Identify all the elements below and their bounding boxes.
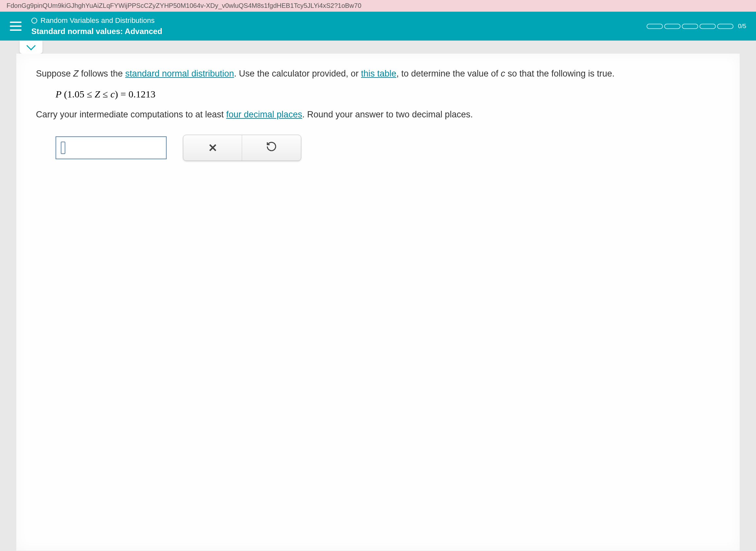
x-icon: ✕ — [208, 141, 217, 154]
breadcrumb-circle-icon — [31, 18, 37, 24]
text-cursor-icon — [61, 142, 65, 154]
breadcrumb-text: Random Variables and Distributions — [41, 16, 155, 25]
problem-content: Suppose Z follows the standard normal di… — [16, 54, 740, 551]
page-title: Standard normal values: Advanced — [31, 27, 162, 36]
problem-statement: Suppose Z follows the standard normal di… — [36, 67, 720, 81]
menu-icon[interactable] — [10, 22, 22, 31]
header-titles: Random Variables and Distributions Stand… — [31, 16, 162, 36]
progress-indicator: 0/5 — [647, 23, 746, 30]
lesson-header: Random Variables and Distributions Stand… — [0, 12, 756, 41]
standard-normal-link[interactable]: standard normal distribution — [125, 69, 234, 78]
undo-button[interactable] — [242, 135, 301, 160]
instruction-text: Carry your intermediate computations to … — [36, 108, 720, 122]
tool-buttons: ✕ — [183, 135, 301, 161]
url-bar: FdonGg9pinQUm9kiGJhghYuAiZLqFYWijPPScCZy… — [0, 0, 756, 12]
this-table-link[interactable]: this table — [361, 69, 396, 78]
equation: P (1.05 ≤ Z ≤ c) = 0.1213 — [56, 89, 720, 100]
answer-input[interactable] — [56, 136, 167, 159]
chevron-down-icon — [26, 41, 36, 50]
undo-icon — [266, 141, 277, 155]
progress-segments — [647, 24, 733, 29]
answer-row: ✕ — [56, 135, 720, 161]
collapse-toggle[interactable] — [20, 41, 42, 54]
progress-label: 0/5 — [738, 23, 746, 30]
clear-button[interactable]: ✕ — [183, 135, 242, 160]
breadcrumb[interactable]: Random Variables and Distributions — [31, 16, 162, 25]
four-decimal-link[interactable]: four decimal places — [226, 109, 302, 119]
